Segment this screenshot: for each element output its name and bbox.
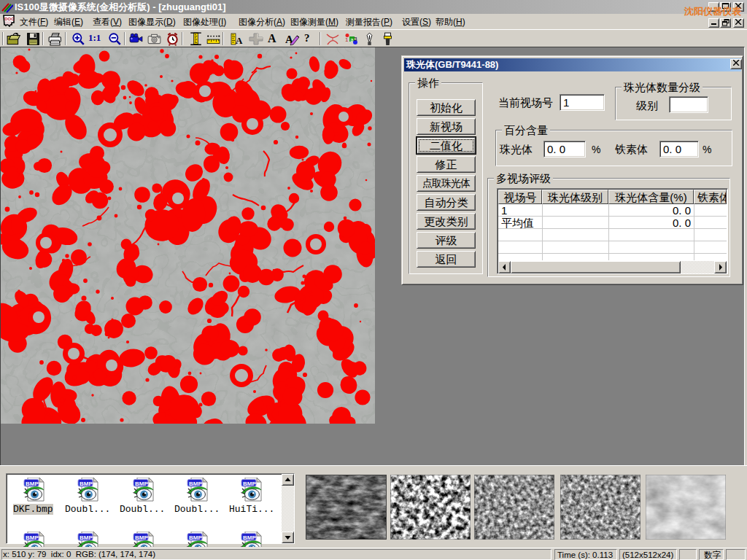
svg-text:3: 3: [354, 36, 357, 42]
svg-text:a: a: [351, 37, 354, 42]
svg-text:1: 1: [345, 36, 349, 43]
svg-text:A: A: [236, 35, 243, 46]
svg-text:DOC: DOC: [4, 17, 15, 21]
